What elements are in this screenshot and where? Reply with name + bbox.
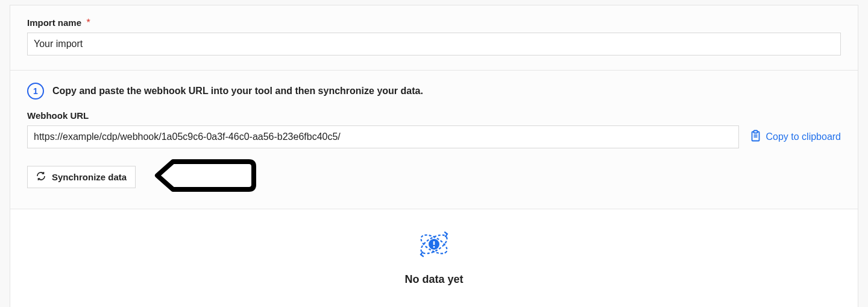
- step-title: Copy and paste the webhook URL into your…: [52, 86, 423, 97]
- empty-state: No data yet: [10, 209, 858, 307]
- required-asterisk: *: [86, 17, 90, 28]
- step-number: 1: [33, 86, 38, 96]
- empty-state-title: No data yet: [10, 273, 858, 286]
- import-name-label: Import name: [27, 17, 81, 28]
- webhook-url-label: Webhook URL: [27, 110, 89, 121]
- synchronize-data-label: Synchronize data: [52, 172, 127, 182]
- webhook-url-input[interactable]: [27, 125, 739, 148]
- refresh-icon: [36, 171, 46, 183]
- svg-point-8: [433, 246, 435, 248]
- import-name-input[interactable]: [27, 33, 841, 55]
- webhook-section: 1 Copy and paste the webhook URL into yo…: [10, 71, 858, 209]
- atom-alert-icon: [10, 226, 858, 265]
- copy-to-clipboard-button[interactable]: Copy to clipboard: [750, 130, 841, 144]
- synchronize-data-button[interactable]: Synchronize data: [27, 166, 136, 188]
- highlight-arrow-annotation: [154, 159, 256, 194]
- svg-rect-1: [754, 131, 758, 133]
- step-header: 1 Copy and paste the webhook URL into yo…: [27, 83, 841, 100]
- clipboard-icon: [750, 130, 761, 144]
- step-number-badge: 1: [27, 83, 44, 100]
- import-name-section: Import name *: [10, 5, 858, 70]
- copy-to-clipboard-label: Copy to clipboard: [766, 131, 841, 142]
